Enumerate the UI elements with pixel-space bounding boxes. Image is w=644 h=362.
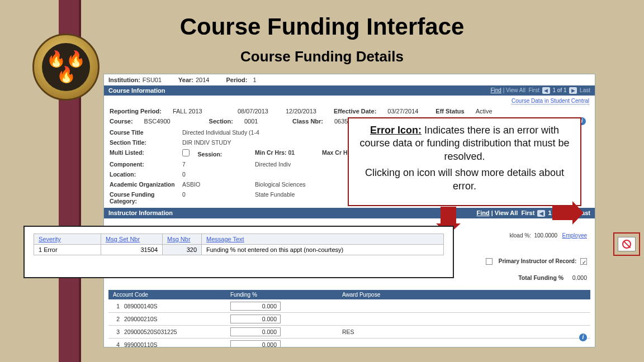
last-link: Last	[580, 87, 590, 93]
reporting-period-row: Reporting Period: FALL 2013 08/07/2013 1…	[104, 106, 595, 116]
course-info-header: Course Information Find | View All First…	[104, 85, 595, 96]
total-funding-value: 0.000	[572, 274, 587, 281]
course-data-link-row: Course Data in Student Central	[104, 96, 595, 106]
term-end-date: 12/20/2013	[286, 108, 325, 115]
reporting-period-value: FALL 2013	[173, 108, 229, 115]
col-msgnbr[interactable]: Msg Nbr	[163, 234, 202, 245]
acadorg-label: Academic Organization	[110, 181, 182, 188]
viewall-link-2: View All	[495, 209, 518, 216]
callout-box: Error Icon: Indicates there is an error …	[348, 117, 581, 206]
next-page-button[interactable]: ▶	[569, 87, 577, 94]
error-icon	[622, 240, 631, 249]
prev-page-button-2[interactable]: ◀	[537, 210, 545, 217]
find-link-2[interactable]: Find	[476, 209, 489, 216]
slide-subtitle: Course Funding Details	[0, 48, 644, 65]
eff-date-label: Effective Date:	[334, 108, 376, 115]
classnbr-label: Class Nbr:	[292, 118, 323, 125]
account-row: 3209000520S0312250.000RES	[108, 326, 590, 339]
first-link: First	[528, 87, 539, 93]
error-message-row: 1 Error 31504 320 Funding % not entered …	[34, 245, 444, 255]
acct-col-pct: Funding %	[230, 292, 342, 298]
component-desc: Directed Indiv	[255, 161, 322, 168]
section-label: Section:	[209, 118, 233, 125]
account-table-header: Account Code Funding % Award Purpose	[108, 290, 590, 299]
account-row: 2209000210S0.000	[108, 313, 590, 326]
year-value: 2014	[196, 77, 209, 83]
instructor-info-header: Instructor Information Find | View All F…	[104, 208, 595, 218]
callout-body-2: Clicking on icon will show more details …	[357, 166, 572, 193]
slide-title: Course Funding Interface	[0, 13, 644, 40]
eff-status-value: Active	[476, 108, 493, 115]
account-table-body: 1089000140S0.000 2209000210S0.000 320900…	[108, 300, 590, 347]
workload-label: kload %:	[510, 232, 531, 239]
acct-col-purpose: Award Purpose	[342, 292, 380, 298]
university-seal: 🔥🔥🔥	[32, 34, 100, 101]
location-label: Location:	[110, 171, 182, 178]
workload-value: 100.0000	[534, 232, 557, 239]
context-bar: Institution:FSU01 Year:2014 Period: 1	[104, 74, 595, 85]
period-value: 1	[253, 77, 257, 83]
col-msgset[interactable]: Msg Set Nbr	[101, 234, 163, 245]
primary-instructor-checkbox[interactable]	[580, 258, 587, 265]
arrow-down-icon	[441, 207, 456, 223]
fundcat-value: 0	[182, 191, 255, 204]
funding-pct-input[interactable]: 0.000	[230, 340, 281, 347]
find-link[interactable]: Find	[490, 87, 501, 93]
error-icon-button[interactable]	[618, 237, 636, 251]
year-label: Year:	[178, 77, 193, 83]
col-msgtext[interactable]: Message Text	[202, 234, 444, 245]
institution-value: FSU01	[143, 77, 162, 83]
section-title-label: Section Title:	[110, 139, 182, 146]
instructor-info-title: Instructor Information	[108, 209, 173, 217]
mincr-value: 01	[288, 149, 295, 156]
acadorg-value: ASBIO	[182, 181, 255, 188]
course-data-link[interactable]: Course Data in Student Central	[512, 98, 589, 104]
session-label: Session:	[198, 151, 222, 158]
info-icon[interactable]: i	[579, 334, 587, 341]
multilisted-label: Multi Listed:	[110, 149, 182, 158]
period-label: Period:	[226, 77, 247, 83]
acct-col-code: Account Code	[113, 292, 230, 298]
component-value: 7	[182, 161, 255, 168]
funding-pct-input[interactable]: 0.000	[230, 315, 281, 323]
multilisted-checkbox[interactable]	[182, 149, 190, 156]
course-label: Course:	[110, 118, 133, 125]
col-severity[interactable]: Severity	[34, 234, 101, 245]
course-value: BSC4900	[144, 118, 200, 125]
eff-status-label: Eff Status	[435, 108, 464, 115]
eff-date-value: 03/27/2014	[387, 108, 427, 115]
total-funding-label: Total Funding %	[518, 274, 564, 281]
section-value: 0001	[244, 118, 283, 125]
employee-link[interactable]: Employee	[562, 232, 587, 239]
error-detail-popup: Severity Msg Set Nbr Msg Nbr Message Tex…	[23, 226, 454, 278]
viewall-link: View All	[506, 87, 525, 93]
reporting-period-label: Reporting Period:	[110, 108, 162, 115]
acadorg-desc: Biological Sciences	[255, 181, 322, 188]
first-link-2: First	[522, 209, 535, 216]
total-funding-row: Total Funding % 0.000	[518, 274, 587, 281]
mincr-label: Min Cr Hrs:	[255, 149, 287, 156]
fundcat-desc: State Fundable	[255, 191, 322, 204]
term-start-date: 08/07/2013	[238, 108, 277, 115]
prev-page-button[interactable]: ◀	[542, 87, 550, 94]
funding-pct-input[interactable]: 0.000	[230, 327, 281, 336]
location-value: 0	[182, 171, 255, 178]
error-message-table: Severity Msg Set Nbr Msg Nbr Message Tex…	[34, 234, 444, 255]
component-label: Component:	[110, 161, 182, 168]
app-screenshot: Institution:FSU01 Year:2014 Period: 1 Co…	[103, 74, 595, 347]
fundcat-label: Course Funding Category:	[110, 191, 182, 204]
institution-label: Institution:	[108, 77, 140, 83]
account-row: 4999000110S0.000	[108, 339, 590, 347]
course-info-title: Course Information	[108, 87, 165, 94]
callout-title: Error Icon:	[370, 125, 422, 136]
arrow-right-icon	[552, 206, 572, 220]
instructor-right-stub: kload %: 100.0000 Employee Primary Instr…	[486, 231, 587, 266]
course-title-label: Course Title	[110, 129, 182, 136]
primary-instructor-label: Primary Instructor of Record:	[499, 258, 576, 264]
unknown-checkbox[interactable]	[486, 258, 493, 265]
account-row: 1089000140S0.000	[108, 300, 590, 313]
funding-pct-input[interactable]: 0.000	[230, 302, 281, 311]
page-count: 1 of 1	[553, 87, 567, 93]
